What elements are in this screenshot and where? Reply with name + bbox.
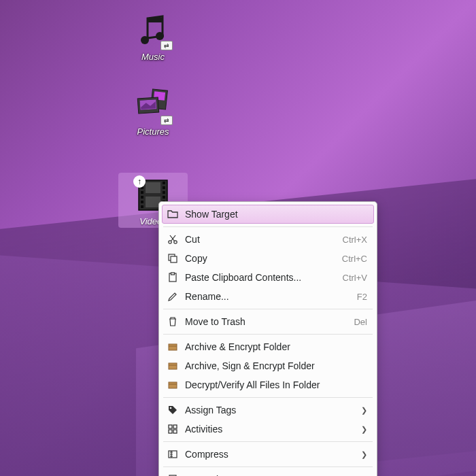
svg-rect-35 — [169, 382, 177, 388]
svg-line-25 — [171, 235, 176, 241]
menu-item-shortcut: Del — [354, 317, 367, 327]
menu-separator — [163, 226, 373, 227]
menu-separator — [163, 397, 373, 398]
svg-line-26 — [170, 235, 175, 241]
chevron-right-icon: ❯ — [360, 425, 367, 434]
compress-icon — [167, 449, 178, 460]
copy-icon — [167, 253, 178, 264]
music-icon: ⇄ — [135, 12, 171, 49]
up-arrow-emblem-icon: ↑ — [133, 175, 146, 188]
menu-item-archive-encrypt[interactable]: Archive & Encrypt Folder — [162, 337, 374, 356]
menu-item-label: Paste Clipboard Contents... — [185, 272, 336, 283]
menu-separator — [163, 466, 373, 467]
svg-rect-13 — [141, 201, 143, 203]
menu-item-cut[interactable]: Cut Ctrl+X — [162, 230, 374, 249]
svg-point-37 — [170, 407, 172, 409]
link-emblem-icon: ⇄ — [160, 41, 173, 50]
menu-item-rename[interactable]: Rename... F2 — [162, 287, 374, 306]
menu-item-assign-tags[interactable]: Assign Tags ❯ — [162, 401, 374, 420]
menu-separator — [163, 309, 373, 309]
menu-item-shortcut: Ctrl+C — [342, 254, 367, 264]
menu-separator — [163, 441, 373, 442]
svg-rect-18 — [163, 196, 165, 199]
menu-item-paste[interactable]: Paste Clipboard Contents... Ctrl+V — [162, 268, 374, 287]
chevron-right-icon: ❯ — [360, 406, 367, 415]
svg-rect-12 — [141, 196, 143, 199]
menu-item-trash[interactable]: Move to Trash Del — [162, 312, 374, 331]
menu-item-label: Archive & Encrypt Folder — [185, 341, 367, 352]
menu-item-label: Move to Trash — [185, 316, 347, 327]
menu-item-show-target[interactable]: Show Target — [162, 205, 374, 224]
svg-rect-14 — [141, 205, 143, 208]
menu-item-label: Copy — [185, 253, 335, 264]
svg-rect-38 — [169, 425, 172, 428]
desktop-icon-pictures[interactable]: ⇄ Pictures — [122, 87, 184, 137]
svg-rect-39 — [173, 425, 177, 428]
menu-item-label: Assign Tags — [185, 405, 354, 415]
activities-icon — [167, 424, 178, 435]
svg-rect-31 — [169, 344, 177, 350]
desktop-icon-label: Pictures — [137, 126, 169, 137]
paste-icon — [167, 272, 178, 283]
svg-rect-2 — [147, 18, 163, 22]
svg-rect-30 — [171, 273, 175, 275]
menu-item-shortcut: Ctrl+X — [343, 235, 367, 245]
svg-rect-41 — [173, 430, 177, 433]
menu-item-shortcut: F2 — [357, 292, 367, 302]
rename-icon — [167, 291, 178, 302]
menu-item-copy[interactable]: Copy Ctrl+C — [162, 249, 374, 268]
menu-separator — [163, 334, 373, 335]
menu-item-label: Archive, Sign & Encrypt Folder — [185, 360, 367, 371]
archive-icon — [167, 379, 178, 390]
archive-icon — [167, 360, 178, 371]
desktop-icon-music[interactable]: ⇄ Music — [122, 12, 184, 62]
menu-item-label: Activities — [185, 424, 354, 435]
cut-icon — [167, 234, 178, 245]
svg-rect-15 — [163, 182, 165, 184]
menu-item-label: Compress — [185, 449, 354, 460]
menu-item-decrypt-verify[interactable]: Decrypt/Verify All Files In Folder — [162, 375, 374, 394]
svg-rect-28 — [171, 256, 177, 262]
menu-item-label: Show Target — [185, 209, 367, 220]
pictures-icon: ⇄ — [135, 87, 171, 124]
menu-item-shortcut: Ctrl+V — [343, 273, 367, 283]
menu-item-archive-sign-encrypt[interactable]: Archive, Sign & Encrypt Folder — [162, 356, 374, 375]
svg-rect-16 — [163, 186, 165, 189]
menu-item-activities[interactable]: Activities ❯ — [162, 420, 374, 439]
menu-item-compress[interactable]: Compress ❯ — [162, 445, 374, 464]
menu-item-label: Rename... — [185, 291, 350, 302]
menu-item-properties[interactable]: Properties Alt+Return — [162, 470, 374, 476]
tag-icon — [167, 405, 178, 415]
svg-rect-21 — [146, 182, 160, 193]
menu-item-label: Decrypt/Verify All Files In Folder — [185, 379, 367, 390]
archive-icon — [167, 341, 178, 352]
context-menu: Show Target Cut Ctrl+X Copy Ctrl+C Paste… — [158, 201, 377, 476]
svg-rect-40 — [169, 430, 172, 433]
trash-icon — [167, 316, 178, 327]
chevron-right-icon: ❯ — [360, 450, 367, 459]
folder-icon — [167, 209, 178, 220]
svg-rect-17 — [163, 191, 165, 194]
svg-point-0 — [141, 36, 149, 44]
link-emblem-icon: ⇄ — [160, 116, 173, 125]
svg-point-1 — [156, 32, 164, 40]
menu-item-label: Cut — [185, 234, 336, 245]
desktop-icon-label: Music — [141, 52, 165, 62]
svg-rect-33 — [169, 363, 177, 369]
svg-rect-11 — [141, 191, 143, 194]
